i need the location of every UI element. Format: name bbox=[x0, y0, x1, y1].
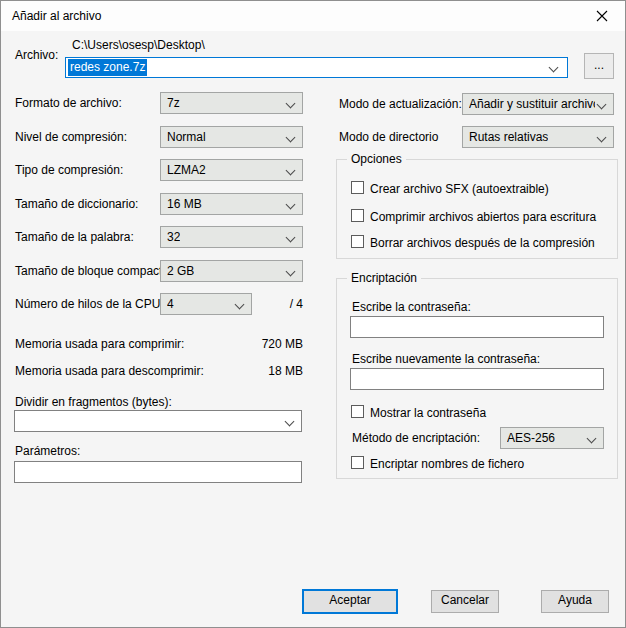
format-label: Formato de archivo: bbox=[15, 96, 122, 110]
cpu-threads-max: / 4 bbox=[271, 297, 303, 311]
selected-value: LZMA2 bbox=[167, 160, 206, 180]
selected-value: Rutas relativas bbox=[469, 127, 548, 147]
selected-value: Normal bbox=[167, 127, 206, 147]
chevron-down-icon bbox=[597, 133, 607, 143]
compression-level-label: Nivel de compresión: bbox=[15, 130, 127, 144]
split-volumes-combobox[interactable] bbox=[14, 410, 302, 432]
path-mode-select[interactable]: Rutas relativas bbox=[462, 126, 614, 148]
delete-after-compression-checkbox[interactable] bbox=[351, 235, 364, 248]
chevron-down-icon bbox=[587, 434, 597, 444]
path-mode-label: Modo de directorio bbox=[339, 130, 438, 144]
chevron-down-icon bbox=[286, 166, 296, 176]
archive-path: C:\Users\osesp\Desktop\ bbox=[72, 38, 205, 52]
browse-ellipsis-label: ... bbox=[594, 56, 604, 75]
encryption-group: Encriptación Escribe la contraseña: Escr… bbox=[336, 278, 618, 479]
options-group-title: Opciones bbox=[347, 152, 406, 166]
selected-value: AES-256 bbox=[507, 428, 555, 448]
dictionary-size-label: Tamaño de diccionario: bbox=[15, 197, 138, 211]
options-group: Opciones Crear archivo SFX (autoextraibl… bbox=[336, 159, 618, 259]
selected-value: 7z bbox=[167, 93, 180, 113]
help-button-label: Ayuda bbox=[558, 591, 592, 610]
memory-compress-label: Memoria usada para comprimir: bbox=[15, 337, 184, 351]
word-size-select[interactable]: 32 bbox=[160, 226, 303, 248]
reenter-password-input[interactable] bbox=[350, 368, 604, 390]
encryption-method-select[interactable]: AES-256 bbox=[500, 427, 604, 449]
selected-value: Añadir y sustituir archivos bbox=[469, 94, 595, 114]
dictionary-size-select[interactable]: 16 MB bbox=[160, 193, 303, 215]
compress-shared-checkbox[interactable] bbox=[351, 209, 364, 222]
help-button[interactable]: Ayuda bbox=[541, 590, 609, 613]
chevron-down-icon bbox=[286, 233, 296, 243]
encryption-group-title: Encriptación bbox=[347, 271, 421, 285]
chevron-down-icon bbox=[597, 100, 607, 110]
memory-decompress-value: 18 MB bbox=[160, 364, 303, 378]
ok-button-label: Aceptar bbox=[329, 591, 370, 610]
chevron-down-icon bbox=[235, 300, 245, 310]
selected-value: 16 MB bbox=[167, 194, 202, 214]
encrypt-filenames-checkbox[interactable] bbox=[351, 456, 364, 469]
chevron-down-icon bbox=[286, 133, 296, 143]
dialog-title: Añadir al archivo bbox=[12, 9, 101, 23]
chevron-down-icon bbox=[285, 417, 295, 427]
parameters-label: Parámetros: bbox=[15, 444, 80, 458]
create-sfx-label: Crear archivo SFX (autoextraible) bbox=[370, 182, 549, 196]
memory-compress-value: 720 MB bbox=[160, 337, 303, 351]
cpu-threads-label: Número de hilos de la CPU: bbox=[15, 297, 164, 311]
solid-block-size-label: Tamaño de bloque compacto: bbox=[15, 264, 172, 278]
selected-value: 4 bbox=[167, 294, 174, 314]
chevron-down-icon bbox=[286, 267, 296, 277]
chevron-down-icon[interactable] bbox=[549, 63, 559, 73]
update-mode-select[interactable]: Añadir y sustituir archivos bbox=[462, 93, 614, 115]
compress-shared-label: Comprimir archivos abiertos para escritu… bbox=[370, 210, 596, 224]
reenter-password-label: Escribe nuevamente la contraseña: bbox=[352, 352, 540, 366]
update-mode-label: Modo de actualización: bbox=[339, 97, 462, 111]
chevron-down-icon bbox=[286, 200, 296, 210]
show-password-checkbox[interactable] bbox=[351, 405, 364, 418]
selected-value: 32 bbox=[167, 227, 180, 247]
add-to-archive-dialog: Añadir al archivo Archivo: C:\Users\oses… bbox=[0, 0, 626, 628]
cancel-button-label: Cancelar bbox=[441, 591, 489, 610]
encryption-method-label: Método de encriptación: bbox=[352, 431, 480, 445]
enter-password-label: Escribe la contraseña: bbox=[352, 300, 471, 314]
selected-filename: redes zone.7z bbox=[68, 59, 147, 76]
titlebar: Añadir al archivo bbox=[1, 1, 625, 31]
encrypt-filenames-label: Encriptar nombres de fichero bbox=[370, 457, 524, 471]
solid-block-size-select[interactable]: 2 GB bbox=[160, 260, 303, 282]
password-input[interactable] bbox=[350, 316, 604, 338]
archive-label: Archivo: bbox=[15, 48, 58, 62]
create-sfx-checkbox[interactable] bbox=[351, 181, 364, 194]
cancel-button[interactable]: Cancelar bbox=[431, 590, 499, 613]
word-size-label: Tamaño de la palabra: bbox=[15, 230, 134, 244]
selected-value: 2 GB bbox=[167, 261, 194, 281]
close-icon bbox=[596, 10, 608, 22]
ok-button[interactable]: Aceptar bbox=[302, 589, 398, 614]
compression-method-label: Tipo de compresión: bbox=[15, 163, 123, 177]
chevron-down-icon bbox=[286, 99, 296, 109]
close-button[interactable] bbox=[585, 4, 619, 28]
split-volumes-label: Dividir en fragmentos (bytes): bbox=[15, 395, 172, 409]
show-password-label: Mostrar la contraseña bbox=[370, 406, 486, 420]
browse-button[interactable]: ... bbox=[584, 53, 614, 79]
compression-method-select[interactable]: LZMA2 bbox=[160, 159, 303, 181]
delete-after-compression-label: Borrar archivos después de la compresión bbox=[370, 236, 595, 250]
compression-level-select[interactable]: Normal bbox=[160, 126, 303, 148]
parameters-input[interactable] bbox=[14, 461, 302, 483]
cpu-threads-select[interactable]: 4 bbox=[160, 293, 252, 315]
archive-name-input[interactable]: redes zone.7z bbox=[65, 57, 568, 78]
archive-format-select[interactable]: 7z bbox=[160, 92, 303, 114]
